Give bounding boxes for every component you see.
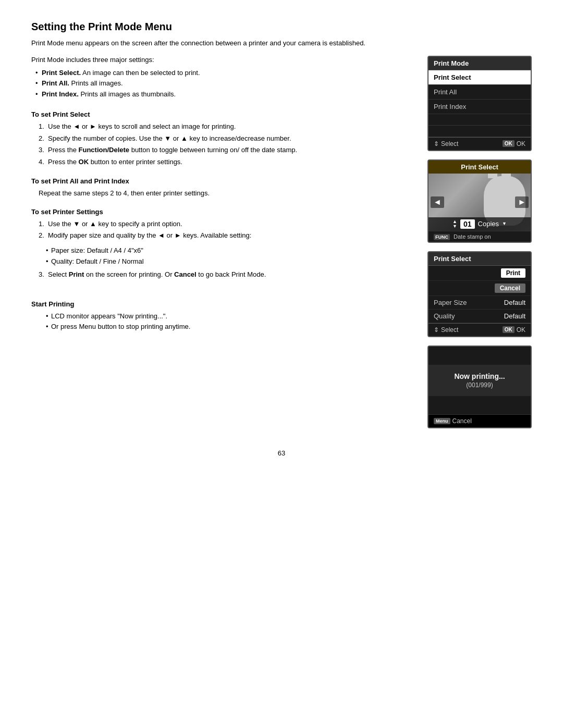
footer-ok-label: OK (517, 140, 525, 147)
paper-size-value: Default (504, 299, 525, 306)
now-printing-panel: Now printing... (001/999) Menu Cancel (427, 346, 532, 428)
section-title-2: To set Print All and Print Index (31, 177, 412, 185)
np-footer: Menu Cancel (429, 414, 531, 427)
copies-bar: ▲ ▼ 01 Copies ▼ (429, 217, 531, 231)
print-select-image-area: ◄ ► ▲ ▼ 01 Copies ▼ (429, 174, 531, 231)
menu-badge: Menu (434, 418, 450, 424)
footer-select: ⇕ Select (434, 140, 458, 147)
section-start-printing: Start Printing LCD monitor appears "Now … (31, 300, 412, 333)
feature-bold-2: Print All. (42, 79, 69, 87)
printer-settings-footer: ⇕ Select OK OK (429, 323, 531, 336)
feature-text-3: Prints all images as thumbnails. (79, 90, 176, 98)
sub-bullets-3: Paper size: Default / A4 / 4"x6" Quality… (31, 245, 412, 267)
step-item: 2.Specify the number of copies. Use the … (39, 133, 412, 144)
step-item: 3.Select Print on the screen for printin… (39, 269, 412, 280)
step-item: 1.Use the ▼ or ▲ key to specify a print … (39, 219, 412, 230)
list-item: Or press Menu button to stop printing an… (46, 322, 412, 332)
features-list: Print Select. An image can then be selec… (31, 68, 412, 100)
sub-bullets-4: LCD monitor appears "Now printing...". O… (31, 311, 412, 333)
step-item: 3.Press the Function/Delete button to to… (39, 145, 412, 156)
right-column: Print Mode Print Select Print All Print … (427, 56, 532, 428)
section-title-3: To set Printer Settings (31, 208, 412, 216)
feature-bold-3: Print Index. (42, 90, 79, 98)
section-note-2: Repeat the same steps 2 to 4, then enter… (31, 188, 412, 199)
page-title: Setting the Print Mode Menu (31, 21, 532, 33)
nav-left-icon: ◄ (431, 196, 444, 208)
quality-value: Default (504, 312, 525, 320)
quality-label: Quality (434, 312, 455, 320)
printer-settings-panel: Print Select Print Cancel Paper Size Def… (427, 251, 532, 337)
print-mode-panel: Print Mode Print Select Print All Print … (427, 56, 532, 151)
print-button: Print (501, 268, 525, 278)
section-title-4: Start Printing (31, 300, 412, 308)
section-title-1: To set Print Select (31, 110, 412, 118)
list-item: Quality: Default / Fine / Normal (46, 256, 412, 267)
paper-size-row: Paper Size Default (429, 296, 531, 310)
step-item: 4.Press the OK button to enter printer s… (39, 157, 412, 168)
print-mode-header: Print Mode (429, 57, 531, 70)
np-top-area (429, 347, 531, 365)
steps-list-3: 1.Use the ▼ or ▲ key to specify a print … (31, 219, 412, 242)
np-cancel-row: Menu Cancel (434, 417, 525, 425)
footer-ok-2: OK OK (503, 326, 525, 334)
cancel-button-row: Cancel (429, 281, 531, 296)
np-bottom-area (429, 396, 531, 414)
intro-text: Print Mode menu appears on the screen af… (31, 38, 532, 48)
print-select-header: Print Select (429, 161, 531, 174)
date-stamp-bar: FUNC Date stamp on (429, 231, 531, 242)
list-item: Print All. Prints all images. (36, 78, 412, 89)
steps-list-1: 1.Use the ◄ or ► keys to scroll and sele… (31, 121, 412, 168)
copies-down-icon: ▼ (502, 221, 507, 226)
print-button-row: Print (429, 266, 531, 281)
now-printing-text: Now printing... (434, 372, 525, 380)
updown-icon: ⇕ (434, 140, 439, 147)
step-item: 2.Modify paper size and quality by the ◄… (39, 230, 412, 241)
list-item: Print Select. An image can then be selec… (36, 68, 412, 79)
step-item: 1.Use the ◄ or ► keys to scroll and sele… (39, 121, 412, 132)
section-print-all: To set Print All and Print Index Repeat … (31, 177, 412, 199)
np-middle-area: Now printing... (001/999) (429, 365, 531, 396)
footer-select-2: ⇕ Select (434, 326, 458, 334)
print-mode-footer: ⇕ Select OK OK (429, 137, 531, 150)
func-badge: FUNC (434, 234, 450, 240)
stamp-label: Date stamp on (454, 233, 491, 240)
printer-settings-header: Print Select (429, 252, 531, 266)
now-printing-counter: (001/999) (434, 381, 525, 389)
print-mode-item-empty2 (429, 126, 531, 137)
cancel-button: Cancel (495, 283, 525, 293)
footer-ok: OK OK (503, 140, 525, 147)
list-item: LCD monitor appears "Now printing...". (46, 311, 412, 322)
copies-up-down-icon: ▲ ▼ (452, 219, 457, 229)
print-mode-item-index: Print Index (429, 100, 531, 114)
list-item: Print Index. Prints all images as thumbn… (36, 89, 412, 100)
paper-size-label: Paper Size (434, 299, 467, 306)
feature-text-2: Prints all images. (69, 79, 123, 87)
left-column: Print Mode includes three major settings… (31, 56, 412, 342)
print-select-image-panel: Print Select ◄ ► ▲ ▼ 01 Copies ▼ (427, 159, 532, 243)
list-item: Paper size: Default / A4 / 4"x6" (46, 245, 412, 256)
page-number: 63 (31, 449, 532, 457)
section-printer-settings: To set Printer Settings 1.Use the ▼ or ▲… (31, 208, 412, 280)
print-mode-item-select: Print Select (429, 70, 531, 85)
ok-badge-2: OK (503, 326, 515, 333)
copies-value: 01 (460, 219, 475, 229)
ok-badge: OK (503, 140, 515, 147)
feature-text-1: An image can then be selected to print. (81, 69, 200, 77)
footer-ok-label-2: OK (517, 326, 525, 334)
print-mode-item-empty1 (429, 114, 531, 126)
footer-select-label-2: Select (441, 326, 458, 334)
section-print-select: To set Print Select 1.Use the ◄ or ► key… (31, 110, 412, 168)
np-cancel-label: Cancel (452, 417, 472, 425)
quality-row: Quality Default (429, 310, 531, 323)
updown-icon-2: ⇕ (434, 326, 439, 334)
nav-right-icon: ► (515, 196, 529, 208)
includes-line: Print Mode includes three major settings… (31, 56, 412, 64)
feature-bold-1: Print Select. (42, 69, 81, 77)
footer-select-label: Select (441, 140, 458, 147)
copies-label: Copies (478, 220, 499, 228)
extra-steps-3: 3.Select Print on the screen for printin… (31, 269, 412, 280)
print-mode-item-all: Print All (429, 85, 531, 100)
